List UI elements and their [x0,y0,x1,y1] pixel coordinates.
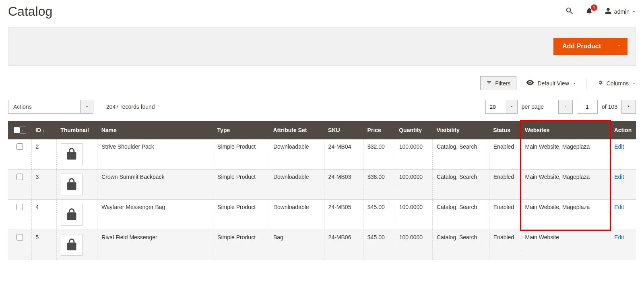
cell-thumbnail [56,200,97,230]
col-header-type[interactable]: Type [213,121,269,139]
cell-type: Simple Product [213,200,269,230]
cell-name: Crown Summit Backpack [97,170,213,200]
svg-rect-1 [67,182,76,190]
default-view-button[interactable]: Default View [526,79,576,88]
col-header-sku[interactable]: SKU [324,121,363,139]
cell-price: $45.00 [363,230,395,260]
cell-websites: Main Website, Mageplaza [521,200,610,230]
user-menu[interactable]: admin [605,7,636,16]
chevron-left-icon [563,104,568,110]
col-header-websites[interactable]: Websites [521,121,610,139]
cell-action: Edit [610,200,636,230]
user-label: admin [614,8,630,15]
cell-action: Edit [610,230,636,260]
bulk-actions-select[interactable]: Actions [8,100,93,114]
chevron-down-icon [572,80,576,87]
bulk-actions-label: Actions [8,100,80,114]
cell-attribute-set: Downloadable [269,170,324,200]
chevron-down-icon [617,44,621,50]
col-header-status[interactable]: Status [489,121,521,139]
search-button[interactable] [565,6,574,17]
table-row[interactable]: 2 Strive Shoulder Pack Simple Product Do… [8,139,636,170]
cell-id: 3 [31,170,56,200]
columns-button[interactable]: Columns [596,79,636,87]
cell-id: 2 [31,139,56,170]
product-thumbnail[interactable] [61,174,83,195]
cell-sku: 24-MB03 [324,170,363,200]
records-found-label: 2047 records found [106,104,155,110]
cell-status: Enabled [489,139,521,170]
next-page-button[interactable] [621,100,636,114]
eye-icon [526,79,534,88]
product-thumbnail[interactable] [61,234,83,256]
select-all-checkbox[interactable] [14,127,20,133]
col-header-id[interactable]: ID↓ [31,121,56,139]
add-product-button[interactable]: Add Product [553,38,610,55]
chevron-down-icon [510,104,514,110]
bulk-actions-caret[interactable] [80,100,93,114]
listing-controls: Actions 2047 records found per page of 1… [0,95,644,121]
cell-thumbnail [56,230,97,260]
cell-price: $32.00 [363,139,395,170]
table-row[interactable]: 4 Wayfarer Messenger Bag Simple Product … [8,200,636,230]
table-row[interactable]: 5 Rival Field Messenger Simple Product B… [8,230,636,260]
col-header-visibility[interactable]: Visibility [432,121,489,139]
page-title: Catalog [8,4,52,19]
cell-action: Edit [610,170,636,200]
cell-type: Simple Product [213,139,269,170]
gear-icon [596,79,603,87]
svg-rect-3 [67,242,76,250]
prev-page-button[interactable] [558,100,573,114]
notifications-button[interactable]: 1 [585,7,593,16]
user-icon [605,7,612,16]
col-header-quantity[interactable]: Quantity [395,121,432,139]
select-all-caret[interactable] [20,126,26,134]
toolbar: Filters Default View Columns [0,66,644,95]
edit-link[interactable]: Edit [614,234,624,240]
row-checkbox[interactable] [17,143,23,150]
product-thumbnail[interactable] [61,204,83,226]
filters-button[interactable]: Filters [480,76,516,90]
cell-quantity: 100.0000 [395,200,432,230]
bag-icon [64,207,79,222]
cell-sku: 24-MB06 [324,230,363,260]
col-header-action[interactable]: Action [610,121,636,139]
cell-websites: Main Website, Mageplaza [521,170,610,200]
product-thumbnail[interactable] [61,143,83,165]
cell-price: $38.00 [363,170,395,200]
edit-link[interactable]: Edit [614,204,624,210]
cell-quantity: 100.0000 [395,170,432,200]
cell-id: 5 [31,230,56,260]
pager: of 103 [558,100,636,114]
row-checkbox[interactable] [17,234,23,240]
chevron-down-icon [632,8,636,15]
cell-attribute-set: Downloadable [269,200,324,230]
svg-rect-2 [67,212,76,220]
table-row[interactable]: 3 Crown Summit Backpack Simple Product D… [8,170,636,200]
row-checkbox[interactable] [17,174,23,180]
edit-link[interactable]: Edit [614,174,624,180]
per-page-label: per page [522,104,544,110]
edit-link[interactable]: Edit [614,143,624,150]
col-header-checkbox[interactable] [8,121,31,139]
cell-type: Simple Product [213,230,269,260]
filters-label: Filters [495,80,510,87]
current-page-input[interactable] [577,100,598,114]
topbar: Catalog 1 admin [0,0,644,27]
col-header-name[interactable]: Name [97,121,213,139]
cell-type: Simple Product [213,170,269,200]
per-page-input[interactable] [485,100,506,114]
default-view-label: Default View [537,80,569,87]
row-checkbox[interactable] [17,204,23,210]
per-page-caret[interactable] [506,100,518,114]
chevron-right-icon [626,104,631,110]
cell-attribute-set: Bag [269,230,324,260]
col-header-price[interactable]: Price [363,121,395,139]
col-header-thumbnail[interactable]: Thumbnail [56,121,97,139]
cell-status: Enabled [489,200,521,230]
col-header-attribute-set[interactable]: Attribute Set [269,121,324,139]
cell-websites: Main Website, Mageplaza [521,139,610,170]
cell-websites: Main Website [521,230,610,260]
add-product-dropdown[interactable] [610,38,627,55]
search-icon [565,6,574,17]
